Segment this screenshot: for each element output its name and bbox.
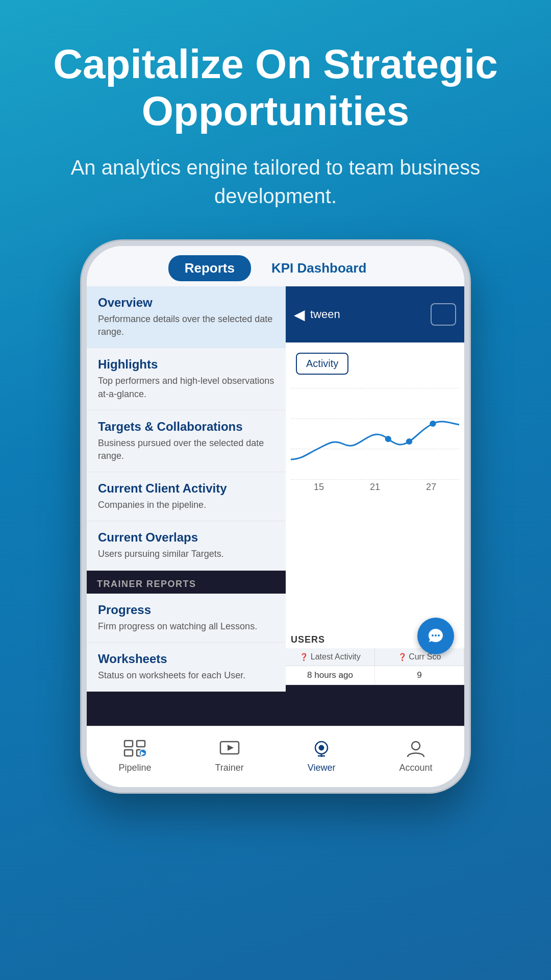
right-panel-header: ◀ tween — [286, 286, 464, 342]
activity-button[interactable]: Activity — [296, 353, 348, 375]
svg-point-2 — [430, 421, 436, 427]
sidebar-item-highlights-desc: Top performers and high-level observatio… — [98, 375, 274, 400]
chart-svg — [291, 388, 459, 480]
sidebar-item-highlights-title: Highlights — [98, 357, 274, 372]
sidebar-black-section — [87, 692, 286, 726]
svg-rect-7 — [124, 750, 133, 756]
svg-point-5 — [438, 634, 440, 636]
sidebar-item-overlaps[interactable]: Current Overlaps Users pursuing similar … — [87, 521, 286, 570]
svg-point-0 — [385, 436, 391, 442]
sidebar-item-progress-title: Progress — [98, 603, 274, 617]
sidebar-item-overview[interactable]: Overview Performance details over the se… — [87, 286, 286, 348]
svg-point-4 — [435, 634, 437, 636]
nav-item-pipeline[interactable]: ▶ Pipeline — [118, 738, 151, 773]
phone-mockup: Reports KPI Dashboard Overview Performan… — [82, 241, 469, 792]
table-cell-curr-sco: 9 — [375, 666, 464, 684]
sidebar-item-overlaps-title: Current Overlaps — [98, 530, 274, 545]
sidebar-item-highlights[interactable]: Highlights Top performers and high-level… — [87, 348, 286, 410]
nav-label-pipeline: Pipeline — [118, 763, 151, 773]
sidebar-item-targets-title: Targets & Collaborations — [98, 420, 274, 434]
phone-content: Overview Performance details over the se… — [87, 286, 464, 726]
chart-labels: 15 21 27 — [291, 480, 459, 495]
svg-point-18 — [412, 742, 420, 750]
chart-label-3: 27 — [426, 482, 436, 493]
tab-kpi[interactable]: KPI Dashboard — [255, 255, 383, 281]
trainer-icon — [216, 738, 243, 760]
hero-subtitle: An analytics engine tailored to team bus… — [0, 153, 551, 210]
svg-marker-13 — [228, 745, 234, 751]
chat-bubble-button[interactable] — [417, 618, 454, 654]
between-text: tween — [305, 308, 431, 321]
right-black-section — [286, 685, 464, 726]
sidebar-item-client-activity[interactable]: Current Client Activity Companies in the… — [87, 472, 286, 521]
chart-label-1: 15 — [314, 482, 324, 493]
sidebar-item-progress-desc: Firm progress on watching all Lessons. — [98, 620, 274, 633]
sidebar-item-worksheets[interactable]: Worksheets Status on worksheets for each… — [87, 643, 286, 692]
viewer-icon — [308, 738, 335, 760]
nav-item-viewer[interactable]: Viewer — [308, 738, 336, 773]
svg-rect-8 — [137, 741, 145, 747]
nav-label-account: Account — [399, 763, 432, 773]
sidebar-menu: Overview Performance details over the se… — [87, 286, 286, 726]
phone-shell: Reports KPI Dashboard Overview Performan… — [82, 241, 469, 792]
svg-text:▶: ▶ — [141, 750, 145, 756]
trainer-section-label: TRAINER REPORTS — [87, 571, 286, 594]
nav-item-account[interactable]: Account — [399, 738, 432, 773]
sidebar-item-progress[interactable]: Progress Firm progress on watching all L… — [87, 594, 286, 643]
nav-label-trainer: Trainer — [215, 763, 243, 773]
table-cell-latest-activity: 8 hours ago — [286, 666, 375, 684]
account-icon — [403, 738, 429, 760]
back-arrow[interactable]: ◀ — [294, 306, 305, 323]
sidebar-item-worksheets-title: Worksheets — [98, 652, 274, 666]
chart-area: 15 21 27 — [286, 383, 464, 631]
sidebar-item-client-activity-desc: Companies in the pipeline. — [98, 499, 274, 511]
date-box[interactable] — [431, 303, 456, 326]
table-row: 8 hours ago 9 — [286, 666, 464, 685]
chart-lines — [291, 388, 459, 480]
chat-icon — [427, 627, 445, 645]
sidebar-item-worksheets-desc: Status on worksheets for each User. — [98, 669, 274, 682]
table-header-curr-sco: ❓ Curr Sco — [375, 648, 464, 666]
sidebar-item-overview-title: Overview — [98, 296, 274, 310]
hero-title: Capitalize On Strategic Opportunities — [0, 41, 551, 135]
chart-label-2: 21 — [370, 482, 380, 493]
svg-rect-6 — [124, 741, 133, 747]
sidebar-item-overlaps-desc: Users pursuing similar Targets. — [98, 548, 274, 560]
right-panel: ◀ tween Activity — [286, 286, 464, 726]
pipeline-icon: ▶ — [121, 738, 148, 760]
bottom-nav: ▶ Pipeline Trainer — [87, 726, 464, 787]
svg-point-3 — [432, 634, 434, 636]
svg-point-15 — [319, 745, 324, 750]
nav-item-trainer[interactable]: Trainer — [215, 738, 243, 773]
sidebar-item-client-activity-title: Current Client Activity — [98, 481, 274, 496]
svg-point-1 — [406, 438, 412, 445]
tab-reports[interactable]: Reports — [168, 255, 251, 281]
table-header-latest-activity: ❓ Latest Activity — [286, 648, 375, 666]
tab-bar-top: Reports KPI Dashboard — [87, 246, 464, 286]
sidebar-item-targets[interactable]: Targets & Collaborations Business pursue… — [87, 410, 286, 472]
activity-button-wrapper: Activity — [286, 342, 464, 383]
question-icon-1: ❓ — [299, 653, 308, 661]
sidebar-item-overview-desc: Performance details over the selected da… — [98, 313, 274, 338]
sidebar-item-targets-desc: Business pursued over the selected date … — [98, 437, 274, 462]
nav-label-viewer: Viewer — [308, 763, 336, 773]
question-icon-2: ❓ — [398, 653, 407, 661]
